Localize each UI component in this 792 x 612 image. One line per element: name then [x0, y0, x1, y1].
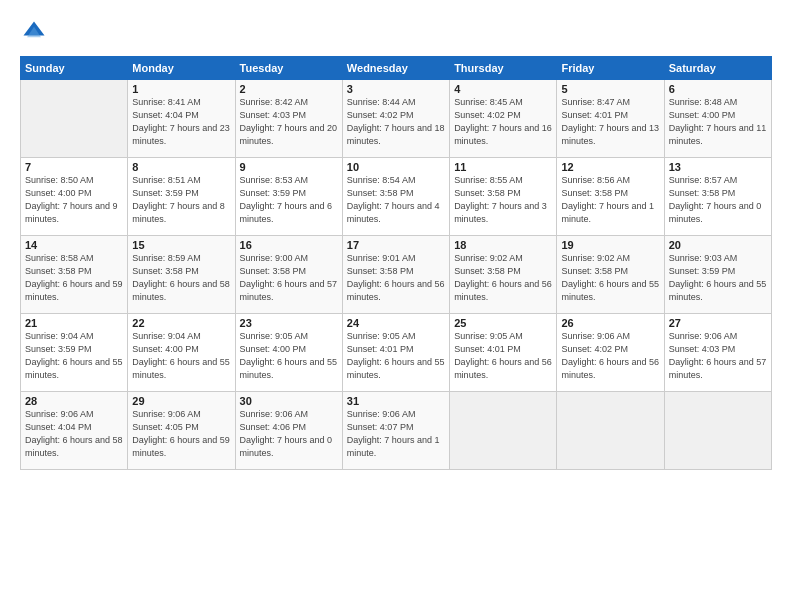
sunset-text: Sunset: 4:00 PM — [132, 344, 199, 354]
calendar-cell: 15 Sunrise: 8:59 AM Sunset: 3:58 PM Dayl… — [128, 236, 235, 314]
sunrise-text: Sunrise: 8:48 AM — [669, 97, 738, 107]
calendar-cell: 18 Sunrise: 9:02 AM Sunset: 3:58 PM Dayl… — [450, 236, 557, 314]
daylight-text: Daylight: 7 hours and 0 minutes. — [240, 435, 333, 458]
logo-icon — [20, 18, 48, 46]
sunrise-text: Sunrise: 9:01 AM — [347, 253, 416, 263]
sunset-text: Sunset: 3:58 PM — [240, 266, 307, 276]
sunrise-text: Sunrise: 9:05 AM — [454, 331, 523, 341]
week-row-4: 21 Sunrise: 9:04 AM Sunset: 3:59 PM Dayl… — [21, 314, 772, 392]
sunset-text: Sunset: 4:04 PM — [25, 422, 92, 432]
day-number: 13 — [669, 161, 767, 173]
day-number: 29 — [132, 395, 230, 407]
sunrise-text: Sunrise: 9:06 AM — [561, 331, 630, 341]
day-number: 24 — [347, 317, 445, 329]
calendar-cell — [21, 80, 128, 158]
sunrise-text: Sunrise: 9:05 AM — [240, 331, 309, 341]
sunrise-text: Sunrise: 9:06 AM — [132, 409, 201, 419]
calendar-cell: 12 Sunrise: 8:56 AM Sunset: 3:58 PM Dayl… — [557, 158, 664, 236]
week-row-2: 7 Sunrise: 8:50 AM Sunset: 4:00 PM Dayli… — [21, 158, 772, 236]
day-info: Sunrise: 8:45 AM Sunset: 4:02 PM Dayligh… — [454, 96, 552, 148]
day-info: Sunrise: 9:05 AM Sunset: 4:01 PM Dayligh… — [347, 330, 445, 382]
sunset-text: Sunset: 4:03 PM — [669, 344, 736, 354]
daylight-text: Daylight: 7 hours and 0 minutes. — [669, 201, 762, 224]
calendar-cell — [557, 392, 664, 470]
sunrise-text: Sunrise: 9:06 AM — [347, 409, 416, 419]
week-row-1: 1 Sunrise: 8:41 AM Sunset: 4:04 PM Dayli… — [21, 80, 772, 158]
sunset-text: Sunset: 4:04 PM — [132, 110, 199, 120]
daylight-text: Daylight: 7 hours and 16 minutes. — [454, 123, 552, 146]
day-number: 8 — [132, 161, 230, 173]
weekday-header-sunday: Sunday — [21, 57, 128, 80]
sunrise-text: Sunrise: 9:06 AM — [240, 409, 309, 419]
sunset-text: Sunset: 4:01 PM — [561, 110, 628, 120]
day-info: Sunrise: 9:03 AM Sunset: 3:59 PM Dayligh… — [669, 252, 767, 304]
calendar-cell — [450, 392, 557, 470]
calendar-cell: 29 Sunrise: 9:06 AM Sunset: 4:05 PM Dayl… — [128, 392, 235, 470]
week-row-3: 14 Sunrise: 8:58 AM Sunset: 3:58 PM Dayl… — [21, 236, 772, 314]
day-info: Sunrise: 8:51 AM Sunset: 3:59 PM Dayligh… — [132, 174, 230, 226]
day-number: 23 — [240, 317, 338, 329]
sunrise-text: Sunrise: 9:02 AM — [454, 253, 523, 263]
sunrise-text: Sunrise: 9:02 AM — [561, 253, 630, 263]
day-number: 31 — [347, 395, 445, 407]
daylight-text: Daylight: 7 hours and 9 minutes. — [25, 201, 118, 224]
sunrise-text: Sunrise: 9:00 AM — [240, 253, 309, 263]
sunrise-text: Sunrise: 9:03 AM — [669, 253, 738, 263]
day-info: Sunrise: 8:42 AM Sunset: 4:03 PM Dayligh… — [240, 96, 338, 148]
day-number: 22 — [132, 317, 230, 329]
day-number: 17 — [347, 239, 445, 251]
sunrise-text: Sunrise: 8:44 AM — [347, 97, 416, 107]
sunset-text: Sunset: 3:58 PM — [669, 188, 736, 198]
daylight-text: Daylight: 6 hours and 56 minutes. — [454, 279, 552, 302]
day-number: 5 — [561, 83, 659, 95]
calendar-cell: 20 Sunrise: 9:03 AM Sunset: 3:59 PM Dayl… — [664, 236, 771, 314]
day-number: 9 — [240, 161, 338, 173]
sunset-text: Sunset: 3:59 PM — [669, 266, 736, 276]
calendar-cell: 2 Sunrise: 8:42 AM Sunset: 4:03 PM Dayli… — [235, 80, 342, 158]
daylight-text: Daylight: 6 hours and 56 minutes. — [347, 279, 445, 302]
day-info: Sunrise: 9:06 AM Sunset: 4:02 PM Dayligh… — [561, 330, 659, 382]
day-number: 2 — [240, 83, 338, 95]
day-info: Sunrise: 8:53 AM Sunset: 3:59 PM Dayligh… — [240, 174, 338, 226]
day-info: Sunrise: 8:50 AM Sunset: 4:00 PM Dayligh… — [25, 174, 123, 226]
weekday-header-friday: Friday — [557, 57, 664, 80]
page: SundayMondayTuesdayWednesdayThursdayFrid… — [0, 0, 792, 612]
daylight-text: Daylight: 7 hours and 3 minutes. — [454, 201, 547, 224]
sunrise-text: Sunrise: 8:53 AM — [240, 175, 309, 185]
sunset-text: Sunset: 3:58 PM — [454, 266, 521, 276]
sunset-text: Sunset: 3:58 PM — [347, 266, 414, 276]
calendar-cell: 10 Sunrise: 8:54 AM Sunset: 3:58 PM Dayl… — [342, 158, 449, 236]
sunrise-text: Sunrise: 8:58 AM — [25, 253, 94, 263]
day-number: 15 — [132, 239, 230, 251]
calendar-cell: 26 Sunrise: 9:06 AM Sunset: 4:02 PM Dayl… — [557, 314, 664, 392]
week-row-5: 28 Sunrise: 9:06 AM Sunset: 4:04 PM Dayl… — [21, 392, 772, 470]
daylight-text: Daylight: 6 hours and 56 minutes. — [561, 357, 659, 380]
day-number: 11 — [454, 161, 552, 173]
sunset-text: Sunset: 4:02 PM — [561, 344, 628, 354]
sunrise-text: Sunrise: 8:55 AM — [454, 175, 523, 185]
sunset-text: Sunset: 4:05 PM — [132, 422, 199, 432]
day-info: Sunrise: 9:06 AM Sunset: 4:03 PM Dayligh… — [669, 330, 767, 382]
day-number: 6 — [669, 83, 767, 95]
day-number: 10 — [347, 161, 445, 173]
day-info: Sunrise: 9:02 AM Sunset: 3:58 PM Dayligh… — [561, 252, 659, 304]
sunset-text: Sunset: 4:00 PM — [25, 188, 92, 198]
daylight-text: Daylight: 7 hours and 8 minutes. — [132, 201, 225, 224]
day-number: 3 — [347, 83, 445, 95]
day-number: 18 — [454, 239, 552, 251]
sunset-text: Sunset: 4:03 PM — [240, 110, 307, 120]
sunset-text: Sunset: 3:59 PM — [240, 188, 307, 198]
day-number: 20 — [669, 239, 767, 251]
sunrise-text: Sunrise: 8:47 AM — [561, 97, 630, 107]
day-info: Sunrise: 9:06 AM Sunset: 4:07 PM Dayligh… — [347, 408, 445, 460]
day-info: Sunrise: 8:41 AM Sunset: 4:04 PM Dayligh… — [132, 96, 230, 148]
weekday-header-wednesday: Wednesday — [342, 57, 449, 80]
daylight-text: Daylight: 6 hours and 57 minutes. — [240, 279, 338, 302]
day-info: Sunrise: 9:00 AM Sunset: 3:58 PM Dayligh… — [240, 252, 338, 304]
calendar-cell: 25 Sunrise: 9:05 AM Sunset: 4:01 PM Dayl… — [450, 314, 557, 392]
weekday-header-tuesday: Tuesday — [235, 57, 342, 80]
sunrise-text: Sunrise: 9:06 AM — [25, 409, 94, 419]
sunset-text: Sunset: 3:58 PM — [25, 266, 92, 276]
calendar-cell — [664, 392, 771, 470]
day-number: 30 — [240, 395, 338, 407]
